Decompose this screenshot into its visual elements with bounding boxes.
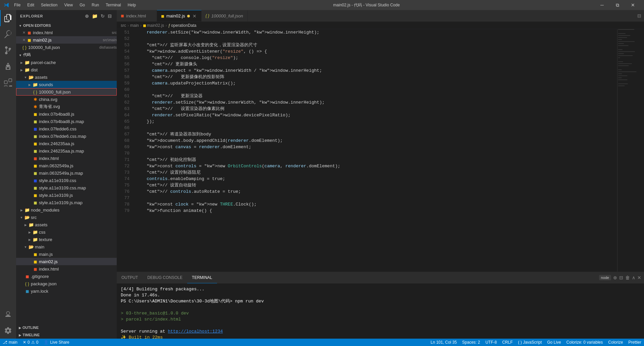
restore-button[interactable]: ⧉ xyxy=(610,0,625,10)
minimize-button[interactable]: ─ xyxy=(594,0,610,10)
tree-item-yarn-lock[interactable]: ◼ yarn.lock xyxy=(16,287,117,295)
tree-item-assets-dist[interactable]: 📂 assets xyxy=(16,73,117,81)
open-editors-header[interactable]: OPEN EDITORS xyxy=(16,22,117,29)
tab-json[interactable]: { } 100000_full.json xyxy=(202,10,248,21)
tree-item-index-js1-map[interactable]: ◼ index.07b4bad8.js.map xyxy=(16,118,117,125)
breadcrumb-main[interactable]: main xyxy=(130,23,139,28)
breadcrumb-symbol[interactable]: ƒoperationData xyxy=(168,23,196,28)
editor-area: ◼ index.html ◼ main02.js ✕ { } 100000_fu… xyxy=(117,10,644,339)
menu-view[interactable]: View xyxy=(61,2,75,8)
panel-tab-terminal[interactable]: TERMINAL xyxy=(187,272,217,283)
status-go-live[interactable]: Go Live xyxy=(544,339,564,346)
status-colorize[interactable]: Colorize: 0 variables xyxy=(564,339,606,346)
activity-source-control[interactable] xyxy=(0,42,16,58)
breadcrumb-file[interactable]: ◼main02.js xyxy=(143,23,164,28)
collapse-all-icon[interactable]: ⊟ xyxy=(107,13,113,19)
tree-item-index-js1[interactable]: ◼ index.07b4bad8.js xyxy=(16,110,117,118)
menu-terminal[interactable]: Terminal xyxy=(103,2,123,8)
activity-accounts[interactable] xyxy=(0,306,16,323)
new-folder-icon[interactable]: 📁 xyxy=(91,13,99,19)
open-editor-index-html[interactable]: ✕ ◼ index.html src xyxy=(16,29,117,36)
status-branch[interactable]: ⎇ main xyxy=(0,339,20,346)
tree-item-style-css1[interactable]: ◼ style.a11e3109.css xyxy=(16,177,117,184)
new-file-icon[interactable]: ⊕ xyxy=(84,13,90,19)
activity-extensions[interactable] xyxy=(0,74,16,91)
tree-item-src[interactable]: 📂 src xyxy=(16,214,117,221)
tree-item-index-css1[interactable]: ◼ index.07fedde6.css xyxy=(16,125,117,132)
status-language[interactable]: ( ) JavaScript xyxy=(516,339,545,346)
menu-selection[interactable]: Selection xyxy=(38,2,60,8)
split-editor-icon[interactable]: ⊟ xyxy=(637,13,641,18)
menu-edit[interactable]: Edit xyxy=(24,2,37,8)
terminal-split-icon[interactable]: ⊟ xyxy=(619,275,623,280)
tree-item-css[interactable]: 📁 css xyxy=(16,228,117,236)
code-content[interactable]: renderer.setSize("kw">window.innerWidth,… xyxy=(133,29,617,272)
timeline-header[interactable]: TIMELINE xyxy=(16,331,117,339)
panel-tab-debug-console[interactable]: DEBUG CONSOLE xyxy=(143,272,187,283)
refresh-icon[interactable]: ↻ xyxy=(100,13,106,19)
tree-item-main-index-html[interactable]: ◼ index.html xyxy=(16,265,117,273)
tree-item-100000-json[interactable]: { } 100000_full.json xyxy=(16,88,117,96)
outline-header[interactable]: OUTLINE xyxy=(16,324,117,331)
menu-run[interactable]: Run xyxy=(89,2,102,8)
tree-item-gitignore[interactable]: ◼ .gitignore xyxy=(16,273,117,280)
tree-item-style-js[interactable]: ◼ style.a11e3109.js xyxy=(16,191,117,199)
tree-item-index-html[interactable]: ◼ index.html xyxy=(16,155,117,162)
activity-search[interactable] xyxy=(0,26,16,42)
menu-go[interactable]: Go xyxy=(77,2,88,8)
tree-item-assets-src[interactable]: 📁 assets xyxy=(16,221,117,228)
tree-item-qinghai-svg[interactable]: ✱ 青海省.svg xyxy=(16,103,117,110)
tree-item-main02-js[interactable]: ◼ main02.js xyxy=(16,258,117,265)
menu-help[interactable]: Help xyxy=(125,2,139,8)
explorer-header[interactable]: 代码 xyxy=(16,51,117,59)
tree-item-style-js-map[interactable]: ◼ style.a11e3109.js.map xyxy=(16,199,117,206)
open-editor-main02-js[interactable]: ✕ ◼ main02.js src\main xyxy=(16,36,117,44)
tab-close-button[interactable]: ✕ xyxy=(192,13,197,19)
terminal-content[interactable]: [4/4] Building fresh packages... Done in… xyxy=(117,284,644,339)
status-eol[interactable]: CRLF xyxy=(499,339,515,346)
panel-collapse-icon[interactable]: ∧ xyxy=(632,275,635,280)
status-colorize-btn[interactable]: Colorize xyxy=(605,339,626,346)
activity-explorer[interactable] xyxy=(0,10,16,26)
activity-settings[interactable] xyxy=(0,323,16,339)
tree-item-parcel-cache[interactable]: 📁 parcel-cache xyxy=(16,59,117,66)
tree-item-dist[interactable]: 📁 dist xyxy=(16,66,117,73)
tab-label: 100000_full.json xyxy=(211,13,243,18)
tree-item-index-js2-map[interactable]: ◼ index.246235aa.js.map xyxy=(16,147,117,155)
tab-index-html[interactable]: ◼ index.html xyxy=(117,10,157,21)
tree-item-index-js2[interactable]: ◼ index.246235aa.js xyxy=(16,140,117,147)
status-encoding[interactable]: UTF-8 xyxy=(483,339,499,346)
open-editor-json[interactable]: { } 100000_full.json dist\assets xyxy=(16,44,117,51)
server-link[interactable]: http://localhost:1234 xyxy=(168,329,223,334)
tree-item-node-modules[interactable]: 📁 node_modules xyxy=(16,206,117,214)
tree-item-china-svg[interactable]: ✱ china.svg xyxy=(16,96,117,103)
tree-item-main-js[interactable]: ◼ main.js xyxy=(16,250,117,258)
terminal-trash-icon[interactable]: 🗑 xyxy=(625,275,630,280)
close-icon[interactable]: ✕ xyxy=(21,31,26,35)
status-prettier[interactable]: Prettier xyxy=(626,339,644,346)
tree-item-main-js1[interactable]: ◼ main.0632549a.js xyxy=(16,162,117,169)
menu-file[interactable]: File xyxy=(11,2,23,8)
tab-main02-js[interactable]: ◼ main02.js ✕ xyxy=(157,10,202,21)
close-modified-icon[interactable]: ✕ xyxy=(21,38,26,42)
status-live-share[interactable]: 👤 Live Share xyxy=(41,339,72,346)
tree-item-package-json[interactable]: { } package.json xyxy=(16,280,117,287)
status-spaces[interactable]: Spaces: 2 xyxy=(460,339,483,346)
tree-item-texture[interactable]: 📁 texture xyxy=(16,236,117,243)
close-button[interactable]: ✕ xyxy=(625,0,641,10)
panel-close-icon[interactable]: ✕ xyxy=(637,275,641,280)
breadcrumb-src[interactable]: src xyxy=(121,23,126,28)
terminal-new-icon[interactable]: ⊕ xyxy=(613,275,617,280)
panel-tab-output[interactable]: OUTPUT xyxy=(117,272,143,283)
status-errors[interactable]: ✕ 0 ⚠ 0 xyxy=(20,339,41,346)
prettier-label: Prettier xyxy=(628,340,641,345)
tree-item-sounds[interactable]: 📁 sounds xyxy=(16,81,117,88)
tree-item-main[interactable]: 📂 main xyxy=(16,243,117,250)
activity-run-debug[interactable] xyxy=(0,58,16,74)
tree-item-index-css1-map[interactable]: ◼ index.07fedde6.css.map xyxy=(16,132,117,140)
tree-item-main-js1-map[interactable]: ◼ main.0632549a.js.map xyxy=(16,169,117,177)
status-position[interactable]: Ln 101, Col 35 xyxy=(428,339,460,346)
tree-item-style-css1-map[interactable]: ◼ style.a11e3109.css.map xyxy=(16,184,117,191)
encoding-label: UTF-8 xyxy=(485,340,497,345)
code-editor[interactable]: 5152535455565758596061626364656667686970… xyxy=(117,29,644,272)
